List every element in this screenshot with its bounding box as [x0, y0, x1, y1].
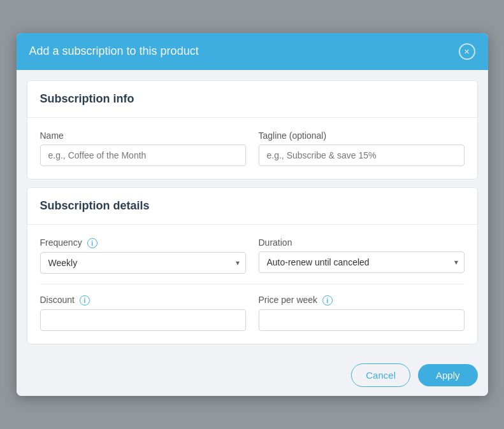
subscription-details-card: Subscription details Frequency i W	[27, 187, 478, 345]
frequency-select-wrapper: Weekly Daily Monthly Yearly ▾	[40, 252, 246, 274]
modal-footer: Cancel Apply	[17, 355, 488, 396]
tagline-form-group: Tagline (optional)	[259, 130, 464, 166]
close-button[interactable]: ×	[459, 43, 475, 60]
subscription-details-title: Subscription details	[40, 199, 150, 212]
subscription-details-header: Subscription details	[27, 188, 477, 225]
apply-button[interactable]: Apply	[418, 364, 478, 386]
frequency-duration-row: Frequency i Weekly Daily Monthly Yearly	[40, 237, 464, 274]
duration-select[interactable]: Auto-renew until canceled Fixed number o…	[259, 251, 464, 273]
frequency-label: Frequency i	[40, 237, 246, 248]
modal-title: Add a subscription to this product	[29, 45, 199, 58]
section-divider	[40, 284, 464, 285]
modal-body: Subscription info Name Tagline (optional…	[17, 70, 488, 355]
price-per-week-label: Price per week i	[259, 295, 464, 306]
subscription-info-body: Name Tagline (optional)	[27, 118, 477, 179]
discount-info-icon[interactable]: i	[80, 295, 90, 306]
frequency-select[interactable]: Weekly Daily Monthly Yearly	[40, 252, 246, 274]
price-per-week-form-group: Price per week i	[259, 295, 464, 331]
tagline-label: Tagline (optional)	[259, 130, 464, 141]
subscription-info-header: Subscription info	[27, 81, 477, 118]
price-per-week-info-icon[interactable]: i	[322, 295, 333, 306]
modal-header: Add a subscription to this product ×	[17, 33, 488, 70]
modal-dialog: Add a subscription to this product × Sub…	[17, 33, 488, 397]
name-input[interactable]	[40, 144, 246, 166]
tagline-input[interactable]	[259, 144, 464, 166]
duration-select-wrapper: Auto-renew until canceled Fixed number o…	[259, 251, 464, 273]
name-label: Name	[40, 130, 246, 141]
discount-form-group: Discount i	[40, 295, 246, 331]
name-form-group: Name	[40, 130, 246, 166]
discount-input[interactable]	[40, 309, 246, 331]
subscription-info-title: Subscription info	[40, 92, 134, 105]
duration-form-group: Duration Auto-renew until canceled Fixed…	[259, 237, 464, 274]
frequency-form-group: Frequency i Weekly Daily Monthly Yearly	[40, 237, 246, 274]
price-per-week-input[interactable]	[259, 309, 464, 331]
subscription-info-form-row: Name Tagline (optional)	[40, 130, 464, 166]
modal-overlay: Add a subscription to this product × Sub…	[0, 0, 504, 429]
discount-price-row: Discount i Price per week i	[40, 295, 464, 331]
subscription-info-card: Subscription info Name Tagline (optional…	[27, 80, 478, 179]
subscription-details-body: Frequency i Weekly Daily Monthly Yearly	[27, 225, 477, 344]
frequency-info-icon[interactable]: i	[87, 238, 97, 248]
duration-label: Duration	[259, 237, 464, 248]
cancel-button[interactable]: Cancel	[351, 363, 410, 387]
discount-label: Discount i	[40, 295, 246, 306]
